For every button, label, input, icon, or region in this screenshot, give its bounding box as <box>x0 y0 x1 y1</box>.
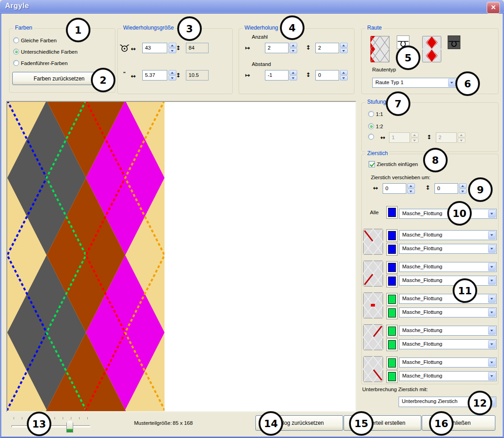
radio-stufung-custom[interactable] <box>368 134 374 140</box>
abstand-x-field[interactable]: -1 <box>265 70 289 81</box>
zierstich-verschieben-label: Zierstich verschieben um: <box>371 175 430 180</box>
spin-up-icon[interactable] <box>169 43 176 48</box>
color-fill <box>388 208 396 217</box>
radio-unterschiedliche-farben[interactable] <box>13 49 19 55</box>
stitch-loop-icon <box>119 42 130 55</box>
spin-up-icon[interactable] <box>340 43 348 48</box>
radio-gleiche-farben-label: Gleiche Farben <box>21 38 57 43</box>
spin-down-icon[interactable] <box>289 76 297 81</box>
anzahl-x-spinner[interactable] <box>289 43 297 53</box>
spin-down-icon[interactable] <box>459 189 467 194</box>
abstand-x-spinner[interactable] <box>289 70 297 81</box>
pair2-color2-swatch[interactable] <box>386 275 398 287</box>
pair4-color1-swatch[interactable] <box>386 325 398 337</box>
anzahl-y-spinner[interactable] <box>340 43 348 53</box>
zierstich-group-label: Zierstich <box>365 150 389 156</box>
close-button[interactable]: ✕ <box>487 2 500 14</box>
abstand-label: Abstand <box>252 61 271 67</box>
chevron-down-icon[interactable] <box>488 245 496 253</box>
chevron-down-icon[interactable] <box>488 340 496 348</box>
spin-up-icon[interactable] <box>340 70 348 75</box>
radio-stufung-1-1-label: 1:1 <box>376 111 383 117</box>
pair2-color1-swatch[interactable] <box>386 261 398 274</box>
color-fill <box>388 263 396 272</box>
spin-up-icon[interactable] <box>169 70 176 75</box>
chevron-down-icon[interactable] <box>448 79 456 87</box>
chevron-down-icon[interactable] <box>488 277 496 285</box>
checkmark-icon <box>369 161 374 167</box>
radio-fadenfuehrer-farben[interactable] <box>13 60 19 66</box>
combo-value: Masche_Flottung <box>402 277 442 283</box>
chevron-down-icon[interactable] <box>488 295 496 303</box>
stufung-custom-y-field: 2 <box>436 132 457 143</box>
zierstich-einfuegen-label: Zierstich einfügen <box>377 161 418 167</box>
repeat-width-units-spinner[interactable] <box>169 70 176 81</box>
pair4-combo1[interactable]: Masche_Flottung <box>399 326 497 336</box>
color-fill <box>388 327 396 336</box>
repeat-width-spinner[interactable] <box>169 43 176 53</box>
slider-tick <box>87 417 88 419</box>
combo-value: Masche_Flottung <box>402 309 442 315</box>
spin-down-icon[interactable] <box>340 76 348 81</box>
chevron-down-icon[interactable] <box>488 210 496 218</box>
radio-stufung-1-2[interactable] <box>368 123 374 129</box>
pair3-color1-swatch[interactable] <box>386 293 398 306</box>
pair5-combo2[interactable]: Masche_Flottung <box>399 371 497 381</box>
repeat-width-stitches-field[interactable]: 43 <box>142 43 167 53</box>
abstand-y-field[interactable]: 0 <box>315 70 339 81</box>
spin-down-icon[interactable] <box>407 189 415 194</box>
anzahl-y-field[interactable]: 2 <box>315 43 339 53</box>
anzahl-label: Anzahl <box>252 34 268 40</box>
chevron-down-icon[interactable] <box>488 263 496 271</box>
pair1-color1-swatch[interactable] <box>386 229 398 242</box>
spin-down-icon[interactable] <box>289 48 297 53</box>
slider-tick <box>22 417 22 419</box>
rautentyp-combo[interactable]: Raute Typ 1 <box>372 78 457 88</box>
pair1-combo2[interactable]: Masche_Flottung <box>399 244 497 254</box>
pair2-combo2[interactable]: Masche_Flottung <box>399 276 497 286</box>
pair4-combo2[interactable]: Masche_Flottung <box>399 339 497 349</box>
pair1-combo1[interactable]: Masche_Flottung <box>399 230 497 240</box>
callout-12: 12 <box>468 391 492 415</box>
chevron-down-icon[interactable] <box>488 372 496 380</box>
spin-up-icon[interactable] <box>289 70 297 75</box>
combo-value: Masche_Flottung <box>402 341 442 347</box>
anzahl-x-field[interactable]: 2 <box>265 43 289 53</box>
shift-x-spinner[interactable] <box>407 183 415 194</box>
spin-up-icon[interactable] <box>289 43 297 48</box>
argyle-pattern <box>7 102 165 411</box>
combo-value: Masche_Flottung <box>402 296 442 301</box>
callout-7: 7 <box>386 91 410 116</box>
pair5-combo1[interactable]: Masche_Flottung <box>399 357 497 368</box>
chevron-down-icon[interactable] <box>488 358 496 367</box>
callout-4: 4 <box>280 15 304 40</box>
chevron-down-icon[interactable] <box>488 327 496 335</box>
pair5-color1-swatch[interactable] <box>386 357 398 369</box>
pair2-combo1[interactable]: Masche_Flottung <box>399 262 497 272</box>
shift-x-field[interactable]: 0 <box>383 183 406 194</box>
zierstich-einfuegen-checkbox[interactable] <box>369 161 375 167</box>
repeat-width-units-field[interactable]: 5.37 <box>142 70 167 81</box>
chevron-down-icon[interactable] <box>488 231 496 239</box>
shift-y-spinner[interactable] <box>459 183 467 194</box>
spin-up-icon[interactable] <box>459 183 467 188</box>
radio-stufung-1-1[interactable] <box>368 111 374 117</box>
spin-down-icon[interactable] <box>169 76 176 81</box>
pair4-color2-swatch[interactable] <box>386 338 398 351</box>
vertical-arrow-icon: ↕ <box>176 72 181 78</box>
spin-down-icon <box>411 138 419 143</box>
shift-y-field[interactable]: 0 <box>434 183 458 194</box>
pair5-color2-swatch[interactable] <box>386 370 398 383</box>
pair3-color2-swatch[interactable] <box>386 307 398 319</box>
color-fill <box>388 295 396 304</box>
pair3-combo2[interactable]: Masche_Flottung <box>399 307 497 317</box>
pair1-color2-swatch[interactable] <box>386 243 398 256</box>
abstand-y-spinner[interactable] <box>340 70 348 81</box>
alle-color-swatch[interactable] <box>386 206 398 219</box>
chevron-down-icon[interactable] <box>488 308 496 317</box>
spin-up-icon[interactable] <box>407 183 415 188</box>
spin-down-icon[interactable] <box>169 48 176 53</box>
pair3-combo1[interactable]: Masche_Flottung <box>399 294 497 304</box>
spin-down-icon[interactable] <box>340 48 348 53</box>
radio-gleiche-farben[interactable] <box>13 37 19 43</box>
